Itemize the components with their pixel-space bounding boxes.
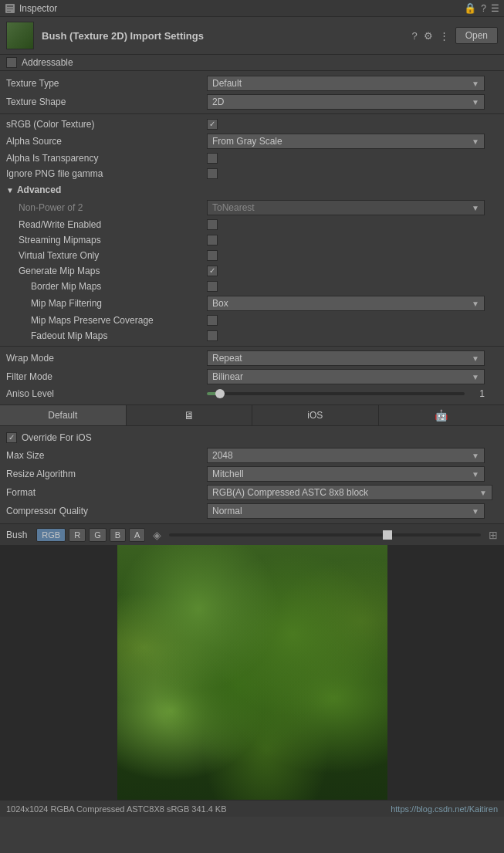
advanced-section-title: Advanced [17, 184, 61, 195]
title-bar-actions: 🔒 ? ☰ [464, 2, 499, 14]
preview-label: Bush [6, 530, 27, 540]
generate-mip-checkbox[interactable] [207, 266, 218, 276]
resize-algorithm-row: Resize Algorithm Mitchell ▼ [0, 465, 504, 483]
mip-filtering-dropdown[interactable]: Box ▼ [207, 296, 485, 311]
header-actions: ? ⚙ ⋮ Open [411, 27, 498, 44]
grid-icon: ⊞ [489, 529, 498, 541]
watermark-text: https://blog.csdn.net/Kaitiren [391, 804, 498, 814]
srgb-label: sRGB (Color Texture) [6, 119, 207, 130]
filter-mode-value: Bilinear ▼ [207, 369, 498, 384]
format-dropdown[interactable]: RGB(A) Compressed ASTC 8x8 block ▼ [207, 485, 492, 500]
mip-filtering-label: Mip Map Filtering [6, 298, 207, 309]
wrap-mode-label: Wrap Mode [6, 353, 207, 364]
virtual-texture-row: Virtual Texture Only [0, 248, 504, 263]
texture-type-label: Texture Type [6, 78, 207, 89]
open-button[interactable]: Open [455, 27, 498, 44]
resize-algorithm-value: Mitchell ▼ [207, 466, 498, 482]
ignore-png-checkbox[interactable] [207, 168, 218, 179]
channel-b-button[interactable]: B [110, 528, 126, 542]
chevron-down-icon: ▼ [472, 354, 479, 363]
virtual-texture-checkbox[interactable] [207, 250, 218, 261]
wrap-mode-value: Repeat ▼ [207, 350, 498, 366]
format-row: Format RGB(A) Compressed ASTC 8x8 block … [0, 483, 504, 502]
aniso-slider-container: 1 [207, 388, 485, 399]
menu-icon-header[interactable]: ⋮ [439, 30, 449, 42]
header-title: Bush (Texture 2D) Import Settings [42, 30, 411, 42]
compressor-quality-dropdown[interactable]: Normal ▼ [207, 503, 485, 519]
format-value: RGB(A) Compressed ASTC 8x8 block ▼ [207, 485, 498, 500]
texture-type-dropdown[interactable]: Default ▼ [207, 76, 485, 91]
filter-mode-dropdown[interactable]: Bilinear ▼ [207, 369, 485, 384]
compressor-quality-row: Compressor Quality Normal ▼ [0, 502, 504, 520]
border-mip-checkbox[interactable] [207, 281, 218, 292]
chevron-down-icon: ▼ [479, 489, 487, 497]
tab-ios-label: iOS [307, 410, 323, 421]
title-bar: Inspector 🔒 ? ☰ [0, 0, 504, 17]
chevron-down-icon: ▼ [472, 470, 479, 479]
texture-shape-dropdown[interactable]: 2D ▼ [207, 94, 485, 110]
read-write-row: Read/Write Enabled [0, 217, 504, 232]
streaming-mipmaps-row: Streaming Mipmaps [0, 232, 504, 248]
alpha-transparency-label: Alpha Is Transparency [6, 153, 207, 164]
virtual-texture-label: Virtual Texture Only [6, 250, 207, 261]
alpha-icon: ◈ [153, 529, 161, 541]
gear-icon[interactable]: ⚙ [424, 30, 433, 42]
wrap-mode-row: Wrap Mode Repeat ▼ [0, 349, 504, 367]
svg-rect-1 [7, 5, 13, 7]
streaming-mipmaps-checkbox[interactable] [207, 235, 218, 245]
help-icon[interactable]: ? [481, 3, 486, 14]
tab-android[interactable]: 🤖 [379, 405, 505, 425]
srgb-checkbox[interactable] [207, 119, 218, 130]
addressable-checkbox[interactable] [6, 57, 17, 68]
svg-rect-3 [7, 11, 11, 12]
help-icon-header[interactable]: ? [411, 30, 417, 42]
non-power-dropdown[interactable]: ToNearest ▼ [207, 200, 485, 215]
alpha-transparency-checkbox[interactable] [207, 153, 218, 164]
fadeout-mip-checkbox[interactable] [207, 330, 218, 341]
advanced-section-header[interactable]: ▼ Advanced [0, 181, 504, 198]
monitor-icon: 🖥 [184, 409, 194, 421]
tab-ios[interactable]: iOS [252, 405, 379, 425]
max-size-dropdown[interactable]: 2048 ▼ [207, 448, 485, 463]
lock-icon[interactable]: 🔒 [464, 2, 476, 14]
override-label: Override For iOS [22, 432, 92, 443]
channel-a-button[interactable]: A [129, 528, 145, 542]
aniso-slider-track[interactable] [207, 392, 465, 395]
srgb-value [207, 119, 498, 130]
addressable-row: Addressable [0, 55, 504, 71]
menu-icon[interactable]: ☰ [491, 3, 499, 14]
alpha-source-label: Alpha Source [6, 136, 207, 147]
mip-preserve-checkbox[interactable] [207, 315, 218, 326]
filter-mode-row: Filter Mode Bilinear ▼ [0, 367, 504, 386]
mip-preserve-row: Mip Maps Preserve Coverage [0, 313, 504, 328]
non-power-row: Non-Power of 2 ToNearest ▼ [0, 198, 504, 217]
srgb-row: sRGB (Color Texture) [0, 117, 504, 132]
mip-filtering-value: Box ▼ [207, 296, 498, 311]
generate-mip-label: Generate Mip Maps [6, 266, 207, 276]
platform-tabs: Default 🖥 iOS 🤖 [0, 404, 504, 426]
channel-rgb-button[interactable]: RGB [36, 528, 66, 542]
override-row: Override For iOS [0, 429, 504, 446]
tab-default[interactable]: Default [0, 405, 127, 425]
preview-bar: Bush RGB R G B A ◈ ⊞ [0, 523, 504, 545]
ignore-png-row: Ignore PNG file gamma [0, 166, 504, 181]
read-write-label: Read/Write Enabled [6, 219, 207, 230]
generate-mip-value [207, 266, 498, 276]
alpha-source-dropdown[interactable]: From Gray Scale ▼ [207, 134, 485, 149]
streaming-mipmaps-value [207, 235, 498, 245]
wrap-mode-dropdown[interactable]: Repeat ▼ [207, 350, 485, 366]
header: Bush (Texture 2D) Import Settings ? ⚙ ⋮ … [0, 17, 504, 55]
aniso-slider-thumb[interactable] [215, 389, 225, 398]
mip-preserve-value [207, 315, 498, 326]
read-write-checkbox[interactable] [207, 219, 218, 230]
resize-algorithm-dropdown[interactable]: Mitchell ▼ [207, 466, 485, 482]
border-mip-label: Border Mip Maps [6, 281, 207, 292]
override-checkbox[interactable] [6, 432, 17, 443]
channel-g-button[interactable]: G [89, 528, 107, 542]
streaming-mipmaps-label: Streaming Mipmaps [6, 235, 207, 245]
addressable-label: Addressable [22, 57, 73, 68]
resize-algorithm-label: Resize Algorithm [6, 469, 207, 479]
channel-r-button[interactable]: R [69, 528, 86, 542]
max-size-value: 2048 ▼ [207, 448, 498, 463]
tab-monitor[interactable]: 🖥 [127, 405, 253, 425]
